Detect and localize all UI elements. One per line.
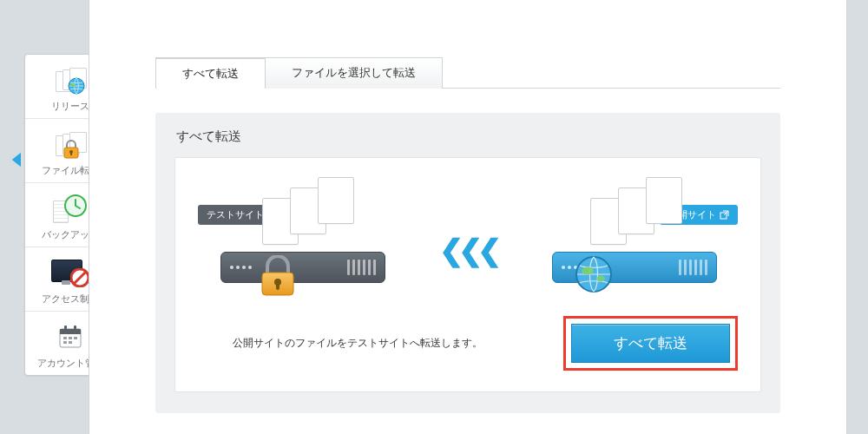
svg-rect-12	[63, 337, 67, 339]
svg-point-24	[596, 276, 605, 282]
globe-icon	[575, 255, 613, 293]
svg-rect-10	[64, 326, 67, 331]
access-restriction-icon	[49, 256, 91, 289]
account-management-icon	[49, 320, 91, 353]
public-site-illustration: 公開サイト	[538, 177, 738, 299]
sidebar-item-label: リリース	[51, 100, 89, 113]
svg-rect-16	[69, 341, 72, 344]
svg-point-23	[582, 267, 594, 275]
sidebar-active-indicator	[12, 153, 21, 167]
svg-rect-11	[74, 326, 76, 331]
svg-rect-4	[70, 152, 72, 155]
svg-point-1	[70, 83, 76, 87]
transfer-section: すべて転送 テストサイト	[155, 113, 780, 413]
section-title: すべて転送	[176, 128, 761, 145]
tab-strip: すべて転送 ファイルを選択して転送	[155, 57, 780, 89]
server-icon	[220, 252, 385, 283]
test-site-illustration: テストサイト	[198, 177, 398, 299]
external-link-icon	[720, 210, 729, 220]
file-stack-icon	[271, 177, 354, 224]
main-panel: すべて転送 ファイルを選択して転送 すべて転送 テストサイト	[89, 0, 847, 434]
transfer-card: テストサイト ❮❮❮	[174, 157, 761, 392]
globe-icon	[68, 77, 85, 95]
svg-rect-15	[63, 341, 67, 344]
file-transfer-icon	[49, 128, 91, 161]
cta-highlight-frame: すべて転送	[563, 316, 738, 371]
prohibited-icon	[70, 268, 89, 287]
calendar-icon	[57, 324, 83, 350]
backup-icon	[49, 192, 91, 225]
transfer-caption: 公開サイトのファイルをテストサイトへ転送します。	[233, 336, 483, 351]
lock-icon	[259, 255, 297, 297]
transfer-direction-arrows-icon: ❮❮❮	[439, 233, 496, 267]
svg-rect-20	[276, 282, 279, 290]
clock-icon	[63, 194, 88, 218]
release-icon	[49, 63, 91, 96]
tab-transfer-selected[interactable]: ファイルを選択して転送	[265, 57, 443, 89]
svg-rect-9	[60, 329, 81, 334]
file-stack-icon	[599, 177, 682, 224]
svg-rect-14	[74, 337, 77, 339]
svg-rect-13	[69, 337, 72, 339]
transfer-all-button[interactable]: すべて転送	[571, 324, 730, 363]
tab-transfer-all[interactable]: すべて転送	[155, 57, 266, 89]
lock-icon	[62, 140, 80, 159]
